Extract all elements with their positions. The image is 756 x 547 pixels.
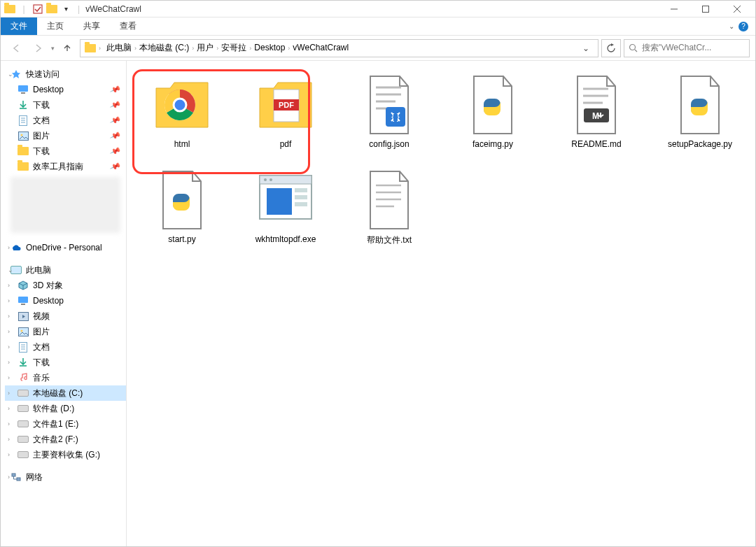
minimize-button[interactable] <box>658 1 690 17</box>
tab-home[interactable]: 主页 <box>37 17 74 35</box>
file-item[interactable]: MREADME.md <box>547 69 646 160</box>
sidebar-label: OneDrive - Personal <box>26 243 102 253</box>
expand-icon[interactable]: › <box>8 436 15 443</box>
sidebar-item-label: Desktop <box>33 296 64 306</box>
file-item[interactable]: start.py <box>132 164 232 255</box>
file-item[interactable]: html <box>132 69 232 160</box>
search-placeholder: 搜索"vWeChatCr... <box>642 42 711 54</box>
sidebar-item-label: 本地磁盘 (C:) <box>33 388 83 399</box>
svg-rect-7 <box>18 85 28 92</box>
address-dropdown-icon[interactable]: ⌄ <box>578 43 594 53</box>
sidebar-item[interactable]: ›3D 对象 <box>5 278 126 293</box>
file-item[interactable]: PDFpdf <box>236 69 335 160</box>
svg-text:M: M <box>592 111 599 121</box>
back-button[interactable] <box>6 38 26 58</box>
sidebar-item[interactable]: 下载📌 <box>5 97 126 113</box>
sidebar-item[interactable]: ›文档 <box>5 339 126 355</box>
sidebar-item[interactable]: 效率工具指南📌 <box>5 159 126 174</box>
sidebar-item-label: 效率工具指南 <box>33 161 83 173</box>
history-dropdown-icon[interactable]: ▾ <box>51 45 55 52</box>
refresh-button[interactable] <box>601 39 621 57</box>
expand-icon[interactable]: › <box>8 405 15 412</box>
sidebar-item[interactable]: Desktop📌 <box>5 82 126 97</box>
expand-icon[interactable]: › <box>8 297 15 304</box>
download-icon <box>18 99 29 111</box>
forward-button[interactable] <box>29 38 48 58</box>
close-button[interactable] <box>721 1 752 17</box>
expand-icon[interactable]: › <box>8 328 15 335</box>
checkbox-icon[interactable] <box>31 3 44 15</box>
sidebar-item[interactable]: 文档📌 <box>5 113 126 128</box>
sidebar-this-pc[interactable]: ⌄ 此电脑 <box>5 262 126 278</box>
sidebar-item[interactable]: ›Desktop <box>5 293 126 308</box>
file-item[interactable]: 帮助文件.txt <box>340 164 439 255</box>
maximize-button[interactable] <box>690 1 721 17</box>
breadcrumb-segment[interactable]: 此电脑 <box>104 43 134 52</box>
sidebar-item[interactable]: ›音乐 <box>5 370 126 385</box>
sidebar-item[interactable]: ›视频 <box>5 308 126 324</box>
svg-rect-17 <box>21 304 25 305</box>
qat-dropdown-icon[interactable]: ▾ <box>59 3 72 15</box>
sidebar-item[interactable]: ›图片 <box>5 324 126 339</box>
sidebar[interactable]: ⌄ 快速访问 Desktop📌下载📌文档📌图片📌下载📌效率工具指南📌 › One… <box>1 61 127 546</box>
sidebar-item[interactable]: ›本地磁盘 (C:) <box>5 385 126 401</box>
expand-icon[interactable]: › <box>8 313 15 320</box>
sidebar-item[interactable]: ›文件盘1 (E:) <box>5 416 126 432</box>
expand-icon[interactable]: › <box>8 282 15 289</box>
file-type-icon <box>150 73 214 136</box>
address-bar[interactable]: › 此电脑›本地磁盘 (C:)›用户›安哥拉›Desktop›vWeChatCr… <box>80 39 598 57</box>
sidebar-item[interactable]: 图片📌 <box>5 128 126 143</box>
breadcrumb-segment[interactable]: Desktop <box>251 43 288 52</box>
file-item[interactable]: wkhtmltopdf.exe <box>236 164 335 255</box>
breadcrumb-segment[interactable]: 本地磁盘 (C:) <box>136 43 192 52</box>
breadcrumb-segment[interactable]: vWeChatCrawl <box>290 43 351 52</box>
expand-icon[interactable]: › <box>8 359 15 366</box>
tab-share[interactable]: 共享 <box>74 17 110 35</box>
sidebar-item[interactable]: ›主要资料收集 (G:) <box>5 447 126 462</box>
tab-file[interactable]: 文件 <box>1 17 37 35</box>
blurred-region <box>10 177 120 233</box>
ribbon-expand-icon[interactable]: ⌄ <box>729 22 734 30</box>
expand-icon[interactable]: › <box>8 343 15 350</box>
divider-icon: | <box>18 3 30 15</box>
search-icon <box>629 43 638 52</box>
collapse-icon[interactable]: ⌄ <box>8 71 15 78</box>
help-icon[interactable]: ? <box>738 22 748 31</box>
window-controls <box>658 1 752 17</box>
sidebar-item[interactable]: ›下载 <box>5 355 126 370</box>
sidebar-onedrive[interactable]: › OneDrive - Personal <box>5 240 126 255</box>
search-input[interactable]: 搜索"vWeChatCr... <box>624 39 750 57</box>
sidebar-item[interactable]: 下载📌 <box>5 143 126 159</box>
expand-icon[interactable]: › <box>8 244 15 251</box>
expand-icon[interactable]: › <box>8 451 15 458</box>
drive-icon <box>18 418 29 429</box>
breadcrumb-segment[interactable]: 用户 <box>194 43 216 52</box>
expand-icon[interactable]: › <box>8 374 15 381</box>
file-item[interactable]: { }config.json <box>340 69 439 160</box>
up-button[interactable] <box>57 38 77 58</box>
folder-small-icon[interactable] <box>46 3 58 15</box>
expand-icon[interactable]: › <box>8 420 15 427</box>
window-title: vWeChatCrawl <box>85 4 141 14</box>
sidebar-item[interactable]: ›软件盘 (D:) <box>5 401 126 416</box>
sidebar-item-label: 文件盘1 (E:) <box>33 418 78 430</box>
folder-icon <box>18 161 29 172</box>
tab-view[interactable]: 查看 <box>110 17 146 35</box>
sidebar-quick-access[interactable]: ⌄ 快速访问 <box>5 66 126 82</box>
sidebar-network[interactable]: › 网络 <box>5 469 126 485</box>
doc-icon <box>18 341 29 353</box>
expand-icon[interactable]: › <box>8 474 15 481</box>
expand-icon[interactable]: › <box>8 390 15 397</box>
pin-icon: 📌 <box>109 145 122 157</box>
content-area[interactable]: htmlPDFpdf{ }config.jsonfaceimg.pyMREADM… <box>127 61 755 546</box>
file-label: pdf <box>280 139 292 149</box>
file-item[interactable]: setupPackage.py <box>650 69 750 160</box>
chevron-right-icon[interactable]: › <box>99 45 101 52</box>
breadcrumb-segment[interactable]: 安哥拉 <box>218 43 249 52</box>
video-icon <box>18 311 29 322</box>
sidebar-item[interactable]: ›文件盘2 (F:) <box>5 432 126 447</box>
pin-icon: 📌 <box>109 129 122 141</box>
file-item[interactable]: faceimg.py <box>443 69 542 160</box>
file-type-icon <box>461 73 524 136</box>
collapse-icon[interactable]: ⌄ <box>8 267 15 274</box>
